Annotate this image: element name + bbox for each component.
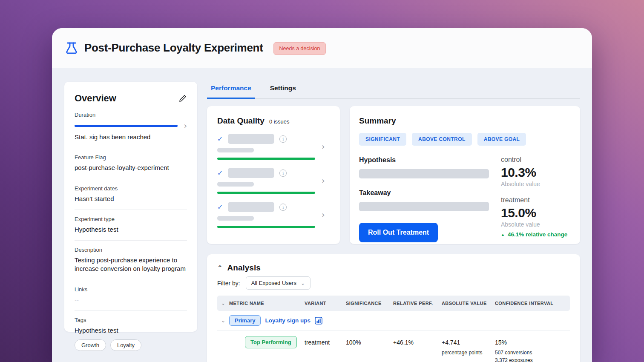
collapse-chevron-icon[interactable]: ⌃ xyxy=(217,265,223,270)
field-description: Description Testing post-purchase experi… xyxy=(75,247,187,273)
variant-cell: treatment xyxy=(305,336,346,346)
info-icon[interactable]: i xyxy=(279,204,287,211)
bar-chart-icon[interactable] xyxy=(315,317,322,325)
col-variant: VARIANT xyxy=(305,301,346,306)
page-header: Post-Purchase Loyalty Experiment Needs a… xyxy=(52,28,592,68)
field-label: Experiment type xyxy=(75,216,187,222)
chevron-right-icon[interactable]: › xyxy=(184,122,187,130)
chevron-down-icon[interactable]: ⌄ xyxy=(217,318,229,324)
up-triangle-icon: ▲ xyxy=(501,233,505,237)
edit-icon[interactable] xyxy=(178,94,187,103)
skeleton-bar xyxy=(217,182,254,187)
col-absolute-value: ABSOLUTE VALUE xyxy=(442,301,495,306)
skeleton-bar xyxy=(228,168,274,178)
chevron-right-icon[interactable]: › xyxy=(322,211,325,219)
field-links: Links -- xyxy=(75,286,187,304)
data-quality-title: Data Quality xyxy=(217,116,264,126)
metric-group-row[interactable]: ⌄ Primary Loyalty sign ups xyxy=(217,311,570,330)
relative-perf-cell: +46.1% xyxy=(393,336,442,346)
field-experiment-type: Experiment type Hypothesis test xyxy=(75,216,187,234)
check-icon: ✓ xyxy=(217,135,223,143)
chevron-right-icon[interactable]: › xyxy=(322,143,325,151)
field-value: post-purchase-loyalty-experiment xyxy=(75,164,187,172)
significance-cell: 100% xyxy=(346,336,393,346)
field-value: Hypothesis test xyxy=(75,225,187,234)
data-quality-check-row[interactable]: ✓ i › xyxy=(217,202,330,228)
field-label: Feature Flag xyxy=(75,154,187,161)
page-title: Post-Purchase Loyalty Experiment xyxy=(84,41,263,55)
duration-progress-bar xyxy=(75,125,178,127)
divider xyxy=(75,280,187,280)
chevron-right-icon[interactable]: › xyxy=(322,177,325,185)
exposures-count: 3,372 exposures xyxy=(495,356,570,362)
check-icon: ✓ xyxy=(217,169,223,177)
field-feature-flag: Feature Flag post-purchase-loyalty-exper… xyxy=(75,154,187,172)
control-label: control xyxy=(501,156,569,164)
field-experiment-dates: Experiment dates Hasn’t started xyxy=(75,185,187,203)
filter-by-label: Filter by: xyxy=(217,280,240,287)
metric-name-link[interactable]: Loyalty sign ups xyxy=(265,317,310,324)
analysis-title: Analysis xyxy=(227,263,261,273)
divider xyxy=(75,179,187,179)
health-progress-bar xyxy=(217,192,315,194)
hypothesis-label: Hypothesis xyxy=(359,156,501,164)
tab-performance[interactable]: Performance xyxy=(207,82,255,99)
divider xyxy=(75,240,187,241)
health-progress-bar xyxy=(217,158,315,160)
treatment-value: 15.0% xyxy=(501,206,569,220)
roll-out-treatment-button[interactable]: Roll Out Treatment xyxy=(359,223,438,242)
field-value: Hasn’t started xyxy=(75,195,187,203)
absolute-value-cell: +4.741 xyxy=(442,336,495,346)
info-icon[interactable]: i xyxy=(279,170,287,177)
col-significance: SIGNIFICANCE xyxy=(346,301,393,306)
treatment-caption: Absolute value xyxy=(501,221,569,228)
table-header-row: ⌄ METRIC NAME VARIANT SIGNIFICANCE RELAT… xyxy=(217,296,570,311)
summary-title: Summary xyxy=(359,116,569,126)
primary-badge[interactable]: Primary xyxy=(229,315,261,326)
tab-settings[interactable]: Settings xyxy=(266,82,300,98)
flask-icon xyxy=(65,41,78,55)
table-row[interactable]: Top Performing treatment 100% +46.1% +4.… xyxy=(217,330,570,362)
chevron-down-icon[interactable]: ⌄ xyxy=(217,300,229,306)
divider xyxy=(75,310,187,311)
above-goal-badge: ABOVE GOAL xyxy=(477,133,526,146)
above-control-badge: ABOVE CONTROL xyxy=(412,133,472,146)
conversions-count: 507 conversions xyxy=(495,349,570,356)
tab-bar: Performance Settings xyxy=(207,82,580,99)
takeaway-label: Takeaway xyxy=(359,189,501,197)
absolute-value-unit: percentage points xyxy=(442,349,495,356)
duration-section: Duration › Stat. sig has been reached xyxy=(75,112,187,141)
field-value: Hypothesis test xyxy=(75,326,187,335)
dropdown-value: All Exposed Users xyxy=(251,280,296,286)
data-quality-check-row[interactable]: ✓ i › xyxy=(217,134,330,160)
health-progress-bar xyxy=(217,226,315,228)
field-label: Tags xyxy=(75,317,187,323)
status-badge: Needs a decision xyxy=(273,42,326,55)
analysis-table: ⌄ METRIC NAME VARIANT SIGNIFICANCE RELAT… xyxy=(217,296,570,362)
skeleton-bar xyxy=(217,148,254,152)
tag-pill-loyalty[interactable]: Loyalty xyxy=(110,339,141,351)
skeleton-bar xyxy=(228,202,274,212)
skeleton-bar xyxy=(217,216,254,221)
field-label: Experiment dates xyxy=(75,185,187,192)
content-column: Performance Settings Data Quality 0 issu… xyxy=(207,82,580,362)
skeleton-bar xyxy=(359,202,489,211)
control-result: control 10.3% Absolute value xyxy=(501,156,569,187)
issues-count: 0 issues xyxy=(269,118,290,125)
data-quality-card: Data Quality 0 issues ✓ i xyxy=(207,106,340,244)
divider xyxy=(75,210,187,210)
summary-card: Summary SIGNIFICANT ABOVE CONTROL ABOVE … xyxy=(350,106,580,244)
overview-title: Overview xyxy=(75,93,116,104)
overview-card: Overview Duration › Stat. sig has been r… xyxy=(64,82,197,332)
field-value: -- xyxy=(75,296,187,304)
exposed-users-dropdown[interactable]: All Exposed Users ⌄ xyxy=(246,276,310,290)
relative-change-value: 46.1% relative change xyxy=(508,231,567,238)
data-quality-check-row[interactable]: ✓ i › xyxy=(217,168,330,194)
info-icon[interactable]: i xyxy=(279,135,287,143)
duration-label: Duration xyxy=(75,112,187,118)
control-value: 10.3% xyxy=(501,165,569,180)
skeleton-bar xyxy=(228,134,274,144)
confidence-interval-cell: 15% xyxy=(495,336,570,346)
tag-pill-growth[interactable]: Growth xyxy=(75,339,106,351)
duration-status: Stat. sig has been reached xyxy=(75,133,187,141)
